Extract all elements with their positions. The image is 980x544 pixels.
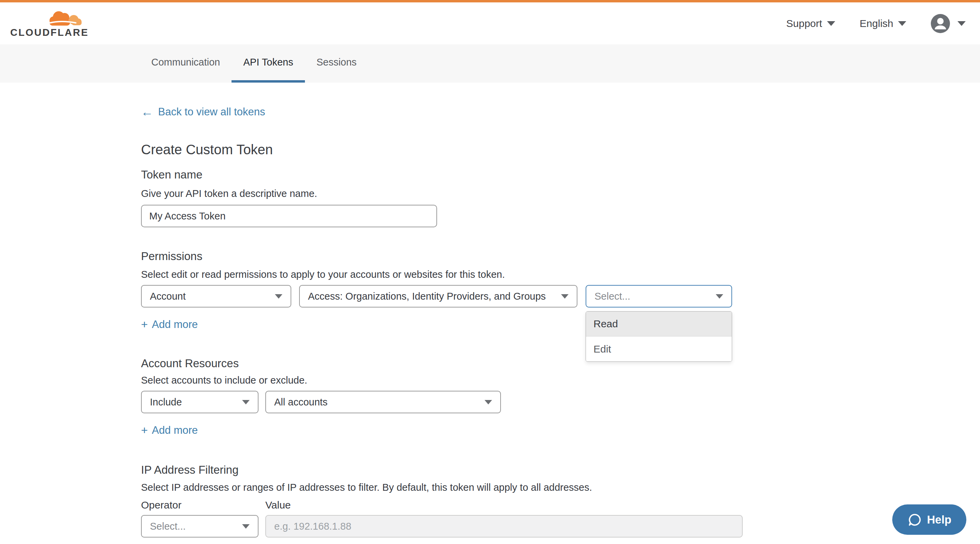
account-menu[interactable] (931, 14, 966, 33)
support-menu[interactable]: Support (786, 18, 835, 29)
tab-communication[interactable]: Communication (140, 44, 232, 82)
ip-operator-select[interactable]: Select... (141, 515, 258, 538)
chevron-down-icon (898, 21, 906, 26)
cloudflare-cloud-icon (45, 9, 82, 27)
account-resources-heading: Account Resources (141, 357, 980, 370)
left-arrow-icon: ← (141, 106, 153, 118)
language-label: English (860, 18, 893, 29)
account-resources-description: Select accounts to include or exclude. (141, 375, 980, 386)
permissions-add-more-link[interactable]: + Add more (141, 318, 198, 331)
help-button-label: Help (927, 513, 952, 526)
chevron-down-icon (716, 294, 723, 299)
plus-icon: + (141, 318, 148, 331)
chevron-down-icon (485, 400, 492, 404)
resource-accounts-value: All accounts (274, 397, 328, 408)
account-resources-add-more-link[interactable]: + Add more (141, 423, 198, 437)
token-name-description: Give your API token a descriptive name. (141, 188, 980, 199)
tab-api-tokens[interactable]: API Tokens (232, 44, 305, 82)
chevron-down-icon (275, 294, 282, 299)
ip-filtering-heading: IP Address Filtering (141, 463, 980, 476)
ip-value-input[interactable] (265, 515, 743, 538)
top-accent-bar (0, 0, 980, 2)
profile-tabbar: Communication API Tokens Sessions (0, 44, 980, 82)
operator-label: Operator (141, 499, 265, 511)
ip-filtering-description: Select IP addresses or ranges of IP addr… (141, 482, 980, 493)
chevron-down-icon (827, 21, 835, 26)
user-avatar-icon (931, 14, 950, 33)
value-label: Value (265, 499, 291, 511)
permissions-description: Select edit or read permissions to apply… (141, 269, 980, 280)
ip-filtering-row: Select... (141, 515, 980, 538)
resource-mode-select[interactable]: Include (141, 391, 258, 413)
cloudflare-logo[interactable]: CLOUDFLARE (10, 9, 83, 38)
language-menu[interactable]: English (860, 18, 906, 29)
chevron-down-icon (242, 524, 250, 529)
ip-operator-placeholder: Select... (150, 521, 186, 532)
header: CLOUDFLARE Support English (0, 2, 980, 44)
page-title: Create Custom Token (141, 142, 980, 157)
dropdown-option-read[interactable]: Read (586, 312, 732, 336)
ip-filtering-labels: Operator Value (141, 499, 980, 511)
token-name-heading: Token name (141, 168, 980, 181)
cloudflare-wordmark: CLOUDFLARE (10, 27, 89, 38)
resource-accounts-select[interactable]: All accounts (265, 391, 501, 413)
dropdown-option-edit[interactable]: Edit (586, 336, 732, 362)
permission-resource-select[interactable]: Access: Organizations, Identity Provider… (299, 285, 578, 308)
permission-resource-value: Access: Organizations, Identity Provider… (308, 291, 546, 302)
add-more-label: Add more (152, 424, 198, 436)
permission-scope-select[interactable]: Account (141, 285, 291, 308)
permissions-row: Account Access: Organizations, Identity … (141, 285, 980, 308)
permissions-heading: Permissions (141, 250, 980, 263)
account-resources-row: Include All accounts (141, 391, 980, 413)
support-label: Support (786, 18, 822, 29)
tab-sessions[interactable]: Sessions (305, 44, 368, 82)
resource-mode-value: Include (150, 397, 182, 408)
permission-level-select[interactable]: Select... (585, 285, 732, 308)
add-more-label: Add more (152, 319, 198, 331)
back-link-label: Back to view all tokens (158, 106, 265, 118)
permission-scope-value: Account (150, 291, 186, 302)
permission-level-placeholder: Select... (595, 291, 630, 302)
token-name-input[interactable] (141, 205, 437, 227)
plus-icon: + (141, 423, 148, 437)
chevron-down-icon (242, 400, 250, 404)
chevron-down-icon (958, 21, 966, 26)
permission-level-wrap: Select... Read Edit (585, 285, 732, 308)
main-content: ← Back to view all tokens Create Custom … (0, 82, 980, 538)
header-nav: Support English (786, 14, 966, 33)
help-button[interactable]: Help (892, 504, 966, 535)
chevron-down-icon (561, 294, 568, 299)
back-to-tokens-link[interactable]: ← Back to view all tokens (141, 106, 265, 118)
chat-bubble-icon (907, 512, 922, 527)
permission-level-menu: Read Edit (585, 311, 732, 362)
